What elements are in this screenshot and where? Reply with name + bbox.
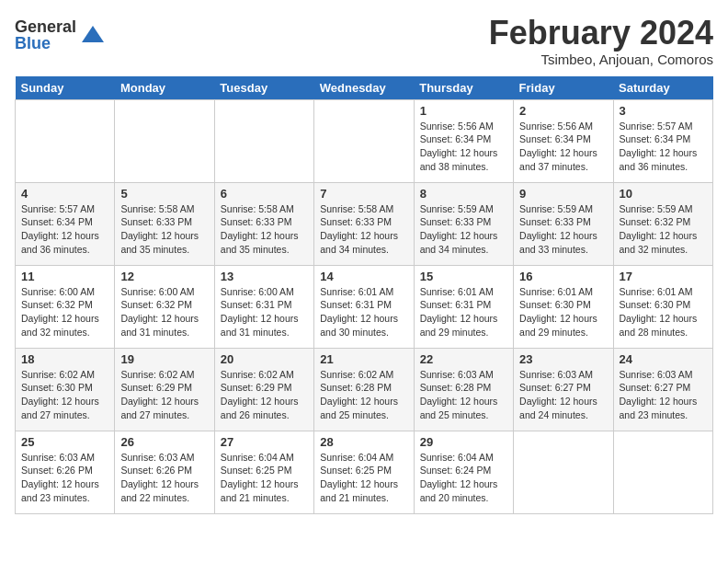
day-number: 4 xyxy=(21,187,108,201)
calendar-cell: 23Sunrise: 6:03 AMSunset: 6:27 PMDayligh… xyxy=(514,348,613,431)
day-number: 12 xyxy=(120,270,208,283)
day-number: 7 xyxy=(320,187,407,201)
day-info: Sunrise: 6:04 AMSunset: 6:25 PMDaylight:… xyxy=(221,451,308,505)
day-info: Sunrise: 6:03 AMSunset: 6:27 PMDaylight:… xyxy=(620,368,707,422)
calendar-cell xyxy=(214,99,313,182)
logo-icon xyxy=(80,22,106,48)
day-number: 6 xyxy=(221,187,308,201)
calendar-cell: 17Sunrise: 6:01 AMSunset: 6:30 PMDayligh… xyxy=(613,265,712,348)
day-info: Sunrise: 5:58 AMSunset: 6:33 PMDaylight:… xyxy=(320,202,407,257)
calendar-week-row: 4Sunrise: 5:57 AMSunset: 6:34 PMDaylight… xyxy=(16,182,713,265)
day-info: Sunrise: 6:03 AMSunset: 6:28 PMDaylight:… xyxy=(420,368,507,422)
calendar-cell xyxy=(115,99,214,182)
day-info: Sunrise: 5:59 AMSunset: 6:33 PMDaylight:… xyxy=(519,202,607,257)
day-info: Sunrise: 5:58 AMSunset: 6:33 PMDaylight:… xyxy=(120,202,208,257)
day-number: 29 xyxy=(420,435,507,449)
day-info: Sunrise: 5:58 AMSunset: 6:33 PMDaylight:… xyxy=(221,202,308,257)
day-info: Sunrise: 6:00 AMSunset: 6:31 PMDaylight:… xyxy=(221,285,308,339)
day-info: Sunrise: 6:03 AMSunset: 6:27 PMDaylight:… xyxy=(519,368,607,422)
title-block: February 2024 Tsimbeo, Anjouan, Comoros xyxy=(489,15,713,67)
header-wednesday: Wednesday xyxy=(314,76,414,100)
day-number: 28 xyxy=(320,435,407,449)
day-number: 23 xyxy=(519,352,607,366)
calendar-week-row: 11Sunrise: 6:00 AMSunset: 6:32 PMDayligh… xyxy=(16,265,713,348)
calendar-cell: 3Sunrise: 5:57 AMSunset: 6:34 PMDaylight… xyxy=(613,99,712,182)
day-info: Sunrise: 6:01 AMSunset: 6:30 PMDaylight:… xyxy=(519,285,607,339)
day-number: 8 xyxy=(420,187,507,201)
header-friday: Friday xyxy=(514,76,613,100)
day-number: 20 xyxy=(221,352,308,366)
calendar-cell: 14Sunrise: 6:01 AMSunset: 6:31 PMDayligh… xyxy=(314,265,414,348)
location: Tsimbeo, Anjouan, Comoros xyxy=(489,52,713,67)
calendar-cell: 13Sunrise: 6:00 AMSunset: 6:31 PMDayligh… xyxy=(214,265,313,348)
day-info: Sunrise: 5:59 AMSunset: 6:33 PMDaylight:… xyxy=(420,202,507,257)
day-info: Sunrise: 6:04 AMSunset: 6:25 PMDaylight:… xyxy=(320,451,407,505)
calendar-week-row: 18Sunrise: 6:02 AMSunset: 6:30 PMDayligh… xyxy=(16,348,713,431)
day-info: Sunrise: 6:02 AMSunset: 6:30 PMDaylight:… xyxy=(21,368,108,422)
day-number: 11 xyxy=(21,270,108,283)
page-header: General Blue February 2024 Tsimbeo, Anjo… xyxy=(15,15,713,67)
calendar-cell: 16Sunrise: 6:01 AMSunset: 6:30 PMDayligh… xyxy=(514,265,613,348)
logo: General Blue xyxy=(15,18,106,52)
day-number: 13 xyxy=(221,270,308,283)
day-number: 3 xyxy=(620,104,707,118)
day-info: Sunrise: 5:56 AMSunset: 6:34 PMDaylight:… xyxy=(519,120,607,174)
day-info: Sunrise: 6:01 AMSunset: 6:31 PMDaylight:… xyxy=(320,285,407,339)
month-title: February 2024 xyxy=(489,15,713,52)
day-number: 15 xyxy=(420,270,507,283)
calendar-table: SundayMondayTuesdayWednesdayThursdayFrid… xyxy=(15,76,713,514)
calendar-cell: 7Sunrise: 5:58 AMSunset: 6:33 PMDaylight… xyxy=(314,182,414,265)
calendar-cell: 20Sunrise: 6:02 AMSunset: 6:29 PMDayligh… xyxy=(214,348,313,431)
header-thursday: Thursday xyxy=(414,76,513,100)
day-number: 1 xyxy=(420,104,507,118)
day-info: Sunrise: 6:03 AMSunset: 6:26 PMDaylight:… xyxy=(21,451,108,505)
calendar-cell: 22Sunrise: 6:03 AMSunset: 6:28 PMDayligh… xyxy=(414,348,513,431)
calendar-cell: 29Sunrise: 6:04 AMSunset: 6:24 PMDayligh… xyxy=(414,431,513,513)
calendar-week-row: 1Sunrise: 5:56 AMSunset: 6:34 PMDaylight… xyxy=(16,99,713,182)
day-number: 27 xyxy=(221,435,308,449)
calendar-cell: 10Sunrise: 5:59 AMSunset: 6:32 PMDayligh… xyxy=(613,182,712,265)
calendar-cell: 5Sunrise: 5:58 AMSunset: 6:33 PMDaylight… xyxy=(115,182,214,265)
calendar-cell: 9Sunrise: 5:59 AMSunset: 6:33 PMDaylight… xyxy=(514,182,613,265)
day-number: 2 xyxy=(519,104,607,118)
calendar-week-row: 25Sunrise: 6:03 AMSunset: 6:26 PMDayligh… xyxy=(16,431,713,513)
day-number: 25 xyxy=(21,435,108,449)
day-info: Sunrise: 6:01 AMSunset: 6:30 PMDaylight:… xyxy=(620,285,707,339)
day-info: Sunrise: 6:02 AMSunset: 6:29 PMDaylight:… xyxy=(221,368,308,422)
day-number: 26 xyxy=(120,435,208,449)
day-number: 21 xyxy=(320,352,407,366)
calendar-cell: 1Sunrise: 5:56 AMSunset: 6:34 PMDaylight… xyxy=(414,99,513,182)
calendar-cell: 15Sunrise: 6:01 AMSunset: 6:31 PMDayligh… xyxy=(414,265,513,348)
day-info: Sunrise: 5:56 AMSunset: 6:34 PMDaylight:… xyxy=(420,120,507,174)
day-number: 22 xyxy=(420,352,507,366)
logo-blue-text: Blue xyxy=(15,35,76,52)
calendar-cell xyxy=(514,431,613,513)
day-number: 16 xyxy=(519,270,607,283)
day-info: Sunrise: 5:57 AMSunset: 6:34 PMDaylight:… xyxy=(21,202,108,257)
day-number: 17 xyxy=(620,270,707,283)
calendar-cell: 4Sunrise: 5:57 AMSunset: 6:34 PMDaylight… xyxy=(16,182,115,265)
day-number: 18 xyxy=(21,352,108,366)
day-number: 10 xyxy=(620,187,707,201)
calendar-cell: 28Sunrise: 6:04 AMSunset: 6:25 PMDayligh… xyxy=(314,431,414,513)
calendar-cell: 25Sunrise: 6:03 AMSunset: 6:26 PMDayligh… xyxy=(16,431,115,513)
calendar-cell: 8Sunrise: 5:59 AMSunset: 6:33 PMDaylight… xyxy=(414,182,513,265)
calendar-header-row: SundayMondayTuesdayWednesdayThursdayFrid… xyxy=(16,76,713,100)
day-number: 14 xyxy=(320,270,407,283)
calendar-cell: 24Sunrise: 6:03 AMSunset: 6:27 PMDayligh… xyxy=(613,348,712,431)
day-info: Sunrise: 6:02 AMSunset: 6:29 PMDaylight:… xyxy=(120,368,208,422)
calendar-cell: 11Sunrise: 6:00 AMSunset: 6:32 PMDayligh… xyxy=(16,265,115,348)
day-info: Sunrise: 6:00 AMSunset: 6:32 PMDaylight:… xyxy=(21,285,108,339)
calendar-cell: 27Sunrise: 6:04 AMSunset: 6:25 PMDayligh… xyxy=(214,431,313,513)
calendar-cell xyxy=(16,99,115,182)
header-monday: Monday xyxy=(115,76,214,100)
calendar-cell xyxy=(314,99,414,182)
day-number: 9 xyxy=(519,187,607,201)
day-info: Sunrise: 6:01 AMSunset: 6:31 PMDaylight:… xyxy=(420,285,507,339)
day-number: 5 xyxy=(120,187,208,201)
calendar-cell: 26Sunrise: 6:03 AMSunset: 6:26 PMDayligh… xyxy=(115,431,214,513)
calendar-cell: 2Sunrise: 5:56 AMSunset: 6:34 PMDaylight… xyxy=(514,99,613,182)
calendar-cell: 12Sunrise: 6:00 AMSunset: 6:32 PMDayligh… xyxy=(115,265,214,348)
day-info: Sunrise: 6:03 AMSunset: 6:26 PMDaylight:… xyxy=(120,451,208,505)
svg-marker-0 xyxy=(82,26,104,42)
